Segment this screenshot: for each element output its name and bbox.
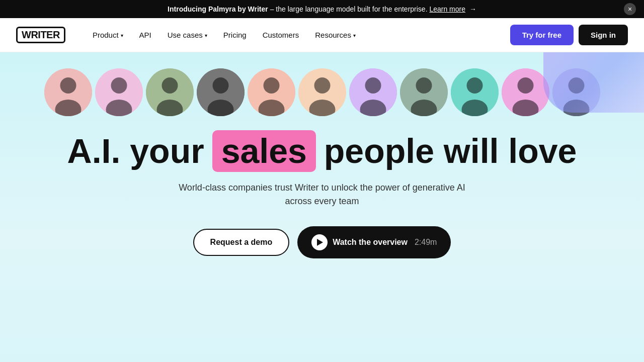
nav-resources[interactable]: Resources ▾ xyxy=(308,27,363,43)
svg-point-7 xyxy=(162,77,178,94)
svg-point-4 xyxy=(111,77,127,94)
cta-row: Request a demo Watch the overview 2:49m xyxy=(193,226,451,258)
nav-product[interactable]: Product ▾ xyxy=(86,27,130,43)
learn-more-link[interactable]: Learn more xyxy=(429,5,465,13)
chevron-down-icon: ▾ xyxy=(205,33,207,38)
nav-use-cases[interactable]: Use cases ▾ xyxy=(160,27,214,43)
headline-highlight: sales xyxy=(212,130,316,172)
announcement-brand: Introducing Palmyra by Writer xyxy=(168,5,268,13)
avatar-6 xyxy=(298,68,346,116)
announcement-text: Introducing Palmyra by Writer – the larg… xyxy=(168,5,476,13)
nav-api[interactable]: API xyxy=(132,27,158,43)
svg-point-28 xyxy=(517,77,533,94)
svg-point-19 xyxy=(365,77,381,94)
watch-overview-button[interactable]: Watch the overview 2:49m xyxy=(297,226,451,258)
avatar-8 xyxy=(400,68,448,116)
avatar-9 xyxy=(451,68,499,116)
try-for-free-button[interactable]: Try for free xyxy=(510,25,574,45)
svg-point-25 xyxy=(466,77,482,94)
announcement-bar: Introducing Palmyra by Writer – the larg… xyxy=(0,0,644,18)
svg-point-16 xyxy=(314,77,330,94)
avatar-5 xyxy=(248,68,295,116)
hero-section: A.I. your sales people will love World-c… xyxy=(0,52,644,362)
nav-actions: Try for free Sign in xyxy=(510,25,628,45)
announcement-close-button[interactable]: × xyxy=(624,3,636,15)
request-demo-button[interactable]: Request a demo xyxy=(193,229,290,256)
avatars-row xyxy=(44,68,600,116)
svg-point-22 xyxy=(416,77,432,94)
video-label: Watch the overview xyxy=(333,238,408,247)
headline-pre: A.I. your xyxy=(67,132,204,170)
svg-point-31 xyxy=(568,77,584,94)
avatar-7 xyxy=(349,68,397,116)
svg-point-1 xyxy=(60,77,76,94)
svg-point-10 xyxy=(212,77,228,94)
nav-links: Product ▾ API Use cases ▾ Pricing Custom… xyxy=(86,27,510,43)
video-duration: 2:49m xyxy=(415,238,437,247)
chevron-down-icon: ▾ xyxy=(353,33,356,38)
svg-point-13 xyxy=(263,77,279,94)
main-nav: WRITER Product ▾ API Use cases ▾ Pricing… xyxy=(0,18,644,52)
hero-headline: A.I. your sales people will love xyxy=(67,130,577,172)
chevron-down-icon: ▾ xyxy=(121,33,123,38)
play-icon xyxy=(311,234,328,250)
avatar-2 xyxy=(95,68,143,116)
headline-post: people will love xyxy=(324,132,577,170)
play-triangle-icon xyxy=(317,239,323,246)
avatar-10 xyxy=(502,68,549,116)
logo[interactable]: WRITER xyxy=(16,27,65,43)
avatar-1 xyxy=(44,68,92,116)
hero-subtext: World-class companies trust Writer to un… xyxy=(166,181,478,208)
sign-in-button[interactable]: Sign in xyxy=(579,25,628,45)
avatar-11 xyxy=(552,68,600,116)
announcement-rest: – the large language model built for the… xyxy=(270,5,428,13)
nav-customers[interactable]: Customers xyxy=(256,27,306,43)
avatar-3 xyxy=(146,68,194,116)
nav-pricing[interactable]: Pricing xyxy=(216,27,254,43)
avatar-4 xyxy=(197,68,245,116)
arrow-icon: → xyxy=(469,5,476,13)
